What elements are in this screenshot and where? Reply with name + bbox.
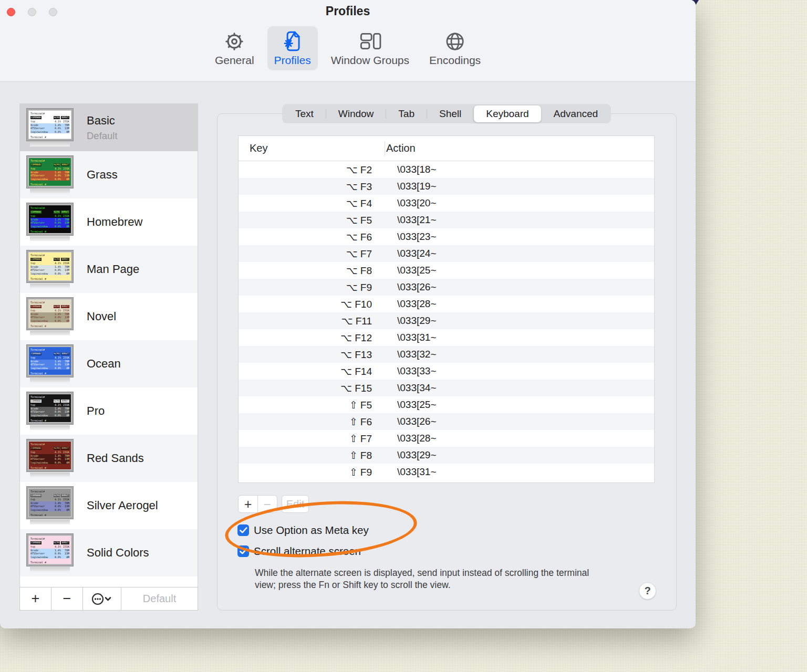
table-row[interactable]: ⇧ F7\033[28~ (239, 430, 654, 447)
action-cell: \033[19~ (385, 181, 437, 192)
thumb-prompt-line: Terminal # (30, 183, 69, 186)
thumb-chip: %CPU (54, 116, 60, 119)
table-row[interactable]: ⌥ F3\033[19~ (239, 178, 654, 195)
set-default-button[interactable]: Default (121, 587, 198, 610)
table-row[interactable]: ⌥ F5\033[21~ (239, 212, 654, 228)
thumb-process-row: loginwindow0.0%4M (30, 366, 69, 370)
tab-text[interactable]: Text (283, 106, 326, 122)
thumb-chip: %CPU (54, 541, 60, 544)
table-row[interactable]: ⌥ F10\033[28~ (239, 296, 654, 312)
titlebar: Profiles General (0, 0, 696, 82)
profile-text: BasicDefault (87, 114, 118, 142)
table-row[interactable]: ⌥ F8\033[25~ (239, 262, 654, 279)
toolbar-item-general[interactable]: General (208, 26, 261, 70)
table-row[interactable]: ⇧ F9\033[31~ (239, 464, 654, 480)
edit-key-button[interactable]: Edit (282, 495, 309, 513)
profile-thumbnail: Terminal#COMMAND%CPURPRVTtop4.1%231KXcod… (27, 439, 79, 477)
mini-terminal-preview: Terminal#COMMAND%CPURPRVTtop4.1%231KXcod… (27, 156, 73, 188)
table-row[interactable]: ⇧ F5\033[25~ (239, 396, 654, 413)
profile-list-item[interactable]: Terminal#COMMAND%CPURPRVTtop4.1%231KXcod… (20, 293, 198, 340)
profile-list-footer: + − Default (19, 587, 198, 611)
help-button[interactable]: ? (639, 582, 656, 600)
table-row[interactable]: ⌥ F4\033[20~ (239, 195, 654, 212)
mini-terminal-preview: Terminal#COMMAND%CPURPRVTtop4.1%231KXcod… (27, 250, 73, 282)
action-cell: \033[20~ (385, 197, 437, 209)
profile-thumbnail: Terminal#COMMAND%CPURPRVTtop4.1%231KXcod… (27, 298, 79, 335)
key-cell: ⌥ F2 (239, 164, 385, 176)
thumb-chip: COMMAND (30, 352, 42, 355)
profile-list-item[interactable]: Terminal#COMMAND%CPURPRVTtop4.1%231KXcod… (20, 246, 198, 293)
table-row[interactable]: ⌥ F6\033[23~ (239, 228, 654, 245)
profile-name: Red Sands (87, 452, 144, 465)
thumb-header-chips: COMMAND%CPURPRVT (30, 352, 69, 355)
table-row[interactable]: ⌥ F7\033[24~ (239, 245, 654, 262)
thumb-header-chips: COMMAND%CPURPRVT (30, 305, 69, 308)
tab-control: TextWindowTabShellKeyboardAdvanced (282, 104, 611, 123)
tab-advanced[interactable]: Advanced (542, 106, 611, 122)
thumb-cell: 4M (61, 225, 69, 228)
thumb-header-chips: COMMAND%CPURPRVT (30, 258, 69, 261)
thumb-chip: COMMAND (30, 258, 42, 261)
table-row[interactable]: ⌥ F9\033[26~ (239, 279, 654, 296)
thumb-cell: 4M (61, 508, 69, 512)
checkbox-label: Use Option as Meta key (254, 524, 369, 537)
profile-text: Man Page (87, 262, 139, 276)
table-row[interactable]: ⌥ F2\033[18~ (239, 161, 654, 178)
thumb-cell: 4M (61, 414, 69, 417)
thumb-cell: 4M (61, 366, 69, 370)
profile-thumbnail: Terminal#COMMAND%CPURPRVTtop4.1%231KXcod… (27, 487, 79, 524)
use-option-as-meta-key-checkbox[interactable] (237, 524, 249, 536)
add-key-button[interactable]: + (238, 495, 258, 513)
table-row[interactable]: ⌥ F13\033[32~ (239, 346, 654, 363)
thumb-cell: loginwindow (30, 461, 53, 465)
action-cell: \033[29~ (385, 315, 437, 327)
tab-tab[interactable]: Tab (386, 106, 427, 122)
profile-list-item[interactable]: Terminal#COMMAND%CPURPRVTtop4.1%231KXcod… (20, 435, 198, 482)
action-cell: \033[28~ (385, 433, 437, 444)
remove-profile-button[interactable]: − (51, 587, 83, 610)
profile-list-item[interactable]: Terminal#COMMAND%CPURPRVTtop4.1%231KXcod… (20, 104, 198, 151)
thumb-cell: 0.0% (53, 508, 61, 512)
checkmark-icon (240, 527, 247, 533)
table-row[interactable]: ⌥ F12\033[31~ (239, 329, 654, 346)
action-cell: \033[18~ (385, 164, 437, 175)
thumbnail-reflection (30, 236, 70, 241)
profile-list-item[interactable]: Terminal#COMMAND%CPURPRVTtop4.1%231KXcod… (20, 198, 198, 246)
profile-list-item[interactable]: Terminal#COMMAND%CPURPRVTtop4.1%231KXcod… (20, 529, 198, 576)
table-row[interactable]: ⌥ F14\033[33~ (239, 363, 654, 380)
mini-terminal-preview: Terminal#COMMAND%CPURPRVTtop4.1%231KXcod… (27, 439, 73, 471)
key-cell: ⌥ F5 (239, 214, 385, 226)
thumb-prompt-line: Terminal # (30, 324, 69, 328)
profile-document-icon (281, 29, 305, 54)
table-row[interactable]: ⌥ F11\033[29~ (239, 312, 654, 329)
tab-shell[interactable]: Shell (427, 106, 473, 122)
profile-list-item[interactable]: Terminal#COMMAND%CPURPRVTtop4.1%231KXcod… (20, 482, 198, 529)
toolbar-item-profiles[interactable]: Profiles (267, 26, 318, 70)
thumb-chip: RPRVT (61, 163, 69, 166)
thumb-chip: %CPU (54, 211, 60, 214)
thumb-cell: 0.0% (53, 225, 61, 228)
profile-list-item[interactable]: Terminal#COMMAND%CPURPRVTtop4.1%231KXcod… (20, 387, 198, 435)
thumb-cell: 4M (61, 272, 69, 276)
profile-text: Solid Colors (87, 546, 149, 560)
profile-list-item[interactable]: Terminal#COMMAND%CPURPRVTtop4.1%231KXcod… (20, 151, 198, 198)
tab-keyboard[interactable]: Keyboard (474, 106, 541, 122)
toolbar-item-encodings[interactable]: Encodings (422, 26, 488, 70)
key-cell: ⌥ F9 (239, 281, 385, 293)
remove-key-button[interactable]: − (257, 495, 277, 513)
toolbar-item-window-groups[interactable]: Window Groups (324, 26, 416, 70)
scroll-alternate-screen-checkbox[interactable] (237, 545, 249, 557)
thumb-cell: loginwindow (30, 130, 53, 134)
profile-name: Novel (87, 310, 116, 323)
add-profile-button[interactable]: + (20, 587, 51, 610)
tab-window[interactable]: Window (326, 106, 386, 122)
thumb-cell: 4M (61, 461, 69, 465)
profile-list-item[interactable]: Terminal#COMMAND%CPURPRVTtop4.1%231KXcod… (20, 340, 198, 387)
table-row[interactable]: ⌥ F15\033[34~ (239, 380, 654, 396)
thumb-chip: COMMAND (30, 447, 42, 450)
table-row[interactable]: ⇧ F8\033[29~ (239, 447, 654, 464)
profile-thumbnail: Terminal#COMMAND%CPURPRVTtop4.1%231KXcod… (27, 156, 79, 194)
thumb-chip: RPRVT (61, 400, 69, 403)
table-row[interactable]: ⇧ F6\033[26~ (239, 413, 654, 430)
profile-actions-menu-button[interactable] (83, 587, 121, 610)
